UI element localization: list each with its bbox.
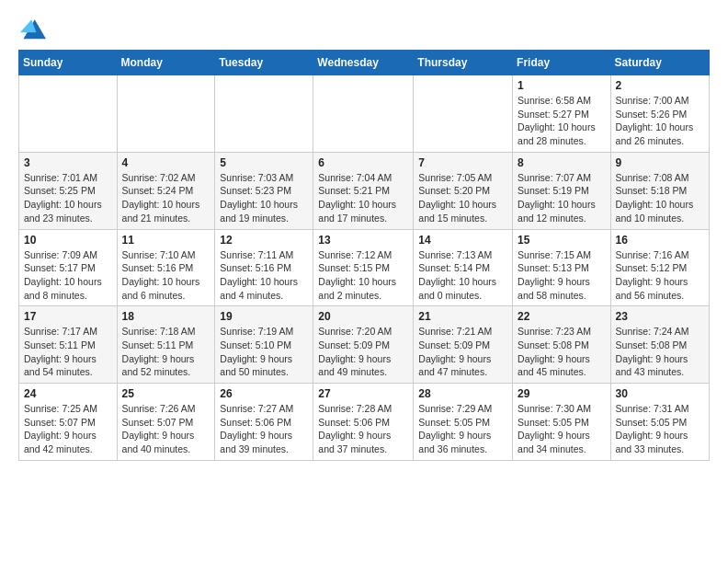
calendar: SundayMondayTuesdayWednesdayThursdayFrid… <box>18 50 710 461</box>
day-info: Sunrise: 7:21 AMSunset: 5:09 PMDaylight:… <box>418 325 507 379</box>
calendar-cell: 5Sunrise: 7:03 AMSunset: 5:23 PMDaylight… <box>215 152 313 229</box>
day-number: 28 <box>418 387 507 400</box>
calendar-cell <box>117 75 215 153</box>
calendar-cell: 10Sunrise: 7:09 AMSunset: 5:17 PMDayligh… <box>19 229 118 306</box>
calendar-header-monday: Monday <box>117 51 215 75</box>
calendar-cell: 14Sunrise: 7:13 AMSunset: 5:14 PMDayligh… <box>414 229 513 306</box>
calendar-week-3: 10Sunrise: 7:09 AMSunset: 5:17 PMDayligh… <box>19 229 710 306</box>
calendar-week-5: 24Sunrise: 7:25 AMSunset: 5:07 PMDayligh… <box>19 384 710 461</box>
calendar-header-tuesday: Tuesday <box>215 51 313 75</box>
calendar-cell: 24Sunrise: 7:25 AMSunset: 5:07 PMDayligh… <box>19 384 118 461</box>
day-info: Sunrise: 7:11 AMSunset: 5:16 PMDaylight:… <box>220 248 308 303</box>
calendar-cell: 25Sunrise: 7:26 AMSunset: 5:07 PMDayligh… <box>117 384 215 461</box>
calendar-cell: 28Sunrise: 7:29 AMSunset: 5:05 PMDayligh… <box>414 384 513 461</box>
day-number: 7 <box>418 156 507 169</box>
calendar-cell: 9Sunrise: 7:08 AMSunset: 5:18 PMDaylight… <box>610 152 709 229</box>
calendar-cell <box>19 75 118 153</box>
day-number: 25 <box>122 387 210 400</box>
day-number: 5 <box>220 156 308 169</box>
day-info: Sunrise: 7:09 AMSunset: 5:17 PMDaylight:… <box>24 248 112 303</box>
calendar-cell: 6Sunrise: 7:04 AMSunset: 5:21 PMDaylight… <box>313 152 414 229</box>
day-number: 8 <box>518 156 606 169</box>
calendar-cell: 12Sunrise: 7:11 AMSunset: 5:16 PMDayligh… <box>215 229 313 306</box>
calendar-cell: 8Sunrise: 7:07 AMSunset: 5:19 PMDaylight… <box>513 152 611 229</box>
day-info: Sunrise: 7:27 AMSunset: 5:06 PMDaylight:… <box>220 402 308 456</box>
day-number: 24 <box>24 387 112 400</box>
day-number: 15 <box>518 234 606 247</box>
day-info: Sunrise: 6:58 AMSunset: 5:27 PMDaylight:… <box>518 94 606 148</box>
day-number: 19 <box>220 310 308 323</box>
calendar-cell: 13Sunrise: 7:12 AMSunset: 5:15 PMDayligh… <box>313 229 414 306</box>
calendar-cell <box>313 75 414 153</box>
calendar-header-sunday: Sunday <box>19 51 118 75</box>
day-info: Sunrise: 7:05 AMSunset: 5:20 PMDaylight:… <box>418 171 507 225</box>
day-info: Sunrise: 7:24 AMSunset: 5:08 PMDaylight:… <box>616 325 704 379</box>
calendar-cell: 16Sunrise: 7:16 AMSunset: 5:12 PMDayligh… <box>610 229 709 306</box>
day-number: 11 <box>122 234 210 247</box>
day-number: 1 <box>518 79 606 92</box>
day-info: Sunrise: 7:03 AMSunset: 5:23 PMDaylight:… <box>220 171 308 225</box>
day-info: Sunrise: 7:00 AMSunset: 5:26 PMDaylight:… <box>616 94 704 148</box>
day-info: Sunrise: 7:12 AMSunset: 5:15 PMDaylight:… <box>318 248 408 303</box>
header <box>18 15 710 40</box>
day-number: 22 <box>518 310 606 323</box>
calendar-cell: 20Sunrise: 7:20 AMSunset: 5:09 PMDayligh… <box>313 306 414 384</box>
calendar-cell: 22Sunrise: 7:23 AMSunset: 5:08 PMDayligh… <box>513 306 611 384</box>
calendar-header-wednesday: Wednesday <box>313 51 414 75</box>
calendar-week-4: 17Sunrise: 7:17 AMSunset: 5:11 PMDayligh… <box>19 306 710 384</box>
calendar-cell: 21Sunrise: 7:21 AMSunset: 5:09 PMDayligh… <box>414 306 513 384</box>
day-number: 10 <box>24 234 112 247</box>
day-number: 14 <box>418 234 507 247</box>
calendar-cell: 11Sunrise: 7:10 AMSunset: 5:16 PMDayligh… <box>117 229 215 306</box>
day-info: Sunrise: 7:30 AMSunset: 5:05 PMDaylight:… <box>518 402 606 456</box>
day-info: Sunrise: 7:16 AMSunset: 5:12 PMDaylight:… <box>616 248 704 303</box>
day-info: Sunrise: 7:17 AMSunset: 5:11 PMDaylight:… <box>24 325 112 379</box>
calendar-cell: 2Sunrise: 7:00 AMSunset: 5:26 PMDaylight… <box>610 75 709 153</box>
calendar-cell: 18Sunrise: 7:18 AMSunset: 5:11 PMDayligh… <box>117 306 215 384</box>
day-number: 26 <box>220 387 308 400</box>
calendar-week-1: 1Sunrise: 6:58 AMSunset: 5:27 PMDaylight… <box>19 75 710 153</box>
day-number: 21 <box>418 310 507 323</box>
day-number: 12 <box>220 234 308 247</box>
day-number: 6 <box>318 156 408 169</box>
day-number: 30 <box>616 387 704 400</box>
calendar-cell: 29Sunrise: 7:30 AMSunset: 5:05 PMDayligh… <box>513 384 611 461</box>
day-number: 9 <box>616 156 704 169</box>
day-number: 16 <box>616 234 704 247</box>
calendar-header-thursday: Thursday <box>414 51 513 75</box>
day-info: Sunrise: 7:25 AMSunset: 5:07 PMDaylight:… <box>24 402 112 456</box>
calendar-cell: 15Sunrise: 7:15 AMSunset: 5:13 PMDayligh… <box>513 229 611 306</box>
day-info: Sunrise: 7:26 AMSunset: 5:07 PMDaylight:… <box>122 402 210 456</box>
calendar-cell: 26Sunrise: 7:27 AMSunset: 5:06 PMDayligh… <box>215 384 313 461</box>
logo-text <box>18 15 46 40</box>
day-info: Sunrise: 7:07 AMSunset: 5:19 PMDaylight:… <box>518 171 606 225</box>
day-number: 17 <box>24 310 112 323</box>
day-number: 13 <box>318 234 408 247</box>
calendar-cell: 7Sunrise: 7:05 AMSunset: 5:20 PMDaylight… <box>414 152 513 229</box>
calendar-header-row: SundayMondayTuesdayWednesdayThursdayFrid… <box>19 51 710 75</box>
day-info: Sunrise: 7:31 AMSunset: 5:05 PMDaylight:… <box>616 402 704 456</box>
day-number: 20 <box>318 310 408 323</box>
day-number: 2 <box>616 79 704 92</box>
logo <box>18 15 46 40</box>
calendar-header-saturday: Saturday <box>610 51 709 75</box>
day-number: 18 <box>122 310 210 323</box>
day-info: Sunrise: 7:23 AMSunset: 5:08 PMDaylight:… <box>518 325 606 379</box>
day-info: Sunrise: 7:18 AMSunset: 5:11 PMDaylight:… <box>122 325 210 379</box>
day-info: Sunrise: 7:29 AMSunset: 5:05 PMDaylight:… <box>418 402 507 456</box>
day-info: Sunrise: 7:04 AMSunset: 5:21 PMDaylight:… <box>318 171 408 225</box>
day-info: Sunrise: 7:02 AMSunset: 5:24 PMDaylight:… <box>122 171 210 225</box>
calendar-cell: 1Sunrise: 6:58 AMSunset: 5:27 PMDaylight… <box>513 75 611 153</box>
calendar-cell: 19Sunrise: 7:19 AMSunset: 5:10 PMDayligh… <box>215 306 313 384</box>
day-number: 23 <box>616 310 704 323</box>
calendar-cell: 23Sunrise: 7:24 AMSunset: 5:08 PMDayligh… <box>610 306 709 384</box>
calendar-cell: 3Sunrise: 7:01 AMSunset: 5:25 PMDaylight… <box>19 152 118 229</box>
day-info: Sunrise: 7:01 AMSunset: 5:25 PMDaylight:… <box>24 171 112 225</box>
day-info: Sunrise: 7:13 AMSunset: 5:14 PMDaylight:… <box>418 248 507 303</box>
calendar-cell: 30Sunrise: 7:31 AMSunset: 5:05 PMDayligh… <box>610 384 709 461</box>
day-number: 4 <box>122 156 210 169</box>
day-number: 3 <box>24 156 112 169</box>
day-info: Sunrise: 7:19 AMSunset: 5:10 PMDaylight:… <box>220 325 308 379</box>
logo-icon <box>20 15 46 40</box>
day-info: Sunrise: 7:15 AMSunset: 5:13 PMDaylight:… <box>518 248 606 303</box>
